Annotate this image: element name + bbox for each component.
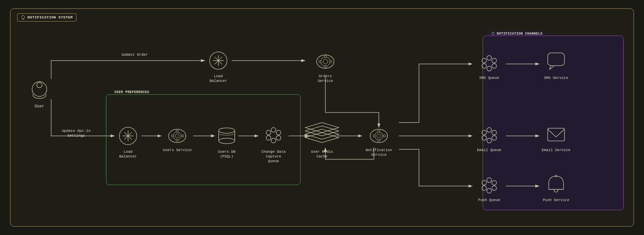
svg-line-27 [215, 57, 222, 64]
svg-rect-78 [378, 130, 380, 132]
nc-title: NOTIFICATION CHANNELS [488, 32, 545, 36]
svg-marker-70 [305, 126, 339, 136]
svg-text:Settings: Settings [67, 134, 85, 138]
svg-rect-35 [319, 61, 321, 63]
user-preferences-box: USER PREFERENCES [106, 94, 301, 185]
svg-text:Cache: Cache [317, 154, 328, 158]
svg-point-17 [32, 82, 47, 96]
orders-service-node: Orders Service [317, 55, 334, 83]
svg-marker-71 [305, 129, 339, 139]
svg-rect-33 [324, 56, 326, 58]
notification-channels-box: NOTIFICATION CHANNELS [483, 36, 624, 210]
svg-marker-69 [305, 123, 339, 133]
svg-rect-36 [330, 61, 332, 63]
load-balancer-top-node: Load Balancer [210, 52, 227, 83]
svg-point-23 [210, 52, 227, 69]
svg-rect-80 [373, 135, 375, 137]
svg-text:Balancer: Balancer [210, 79, 227, 83]
svg-rect-34 [324, 65, 326, 67]
svg-point-75 [370, 129, 388, 143]
svg-marker-72 [305, 133, 339, 143]
svg-text:User Redis: User Redis [311, 150, 333, 154]
svg-point-77 [377, 134, 381, 138]
up-title: USER PREFERENCES [112, 90, 152, 94]
svg-text:Update Opt-In: Update Opt-In [62, 129, 91, 133]
main-container: NOTIFICATION SYSTEM NOTIFICATION CHANNEL… [10, 8, 634, 227]
user-node: User [32, 82, 47, 109]
svg-point-31 [321, 57, 330, 66]
svg-text:Service: Service [318, 79, 333, 83]
svg-line-26 [215, 57, 222, 64]
user-redis-cache-node: User Redis Cache [305, 123, 339, 158]
svg-rect-81 [383, 135, 385, 137]
svg-text:Submit Order: Submit Order [121, 53, 148, 57]
svg-text:Load: Load [214, 74, 223, 78]
svg-text:Service: Service [371, 153, 386, 157]
svg-point-76 [375, 132, 383, 140]
svg-text:Orders: Orders [319, 74, 332, 78]
title-badge: NOTIFICATION SYSTEM [17, 13, 76, 21]
svg-text:User: User [35, 104, 44, 109]
svg-point-30 [317, 55, 334, 68]
svg-rect-79 [378, 140, 380, 141]
svg-point-18 [37, 82, 42, 88]
svg-text:Notification: Notification [366, 148, 392, 152]
notification-service-node: Notification Service [366, 129, 392, 157]
svg-point-32 [323, 59, 328, 64]
